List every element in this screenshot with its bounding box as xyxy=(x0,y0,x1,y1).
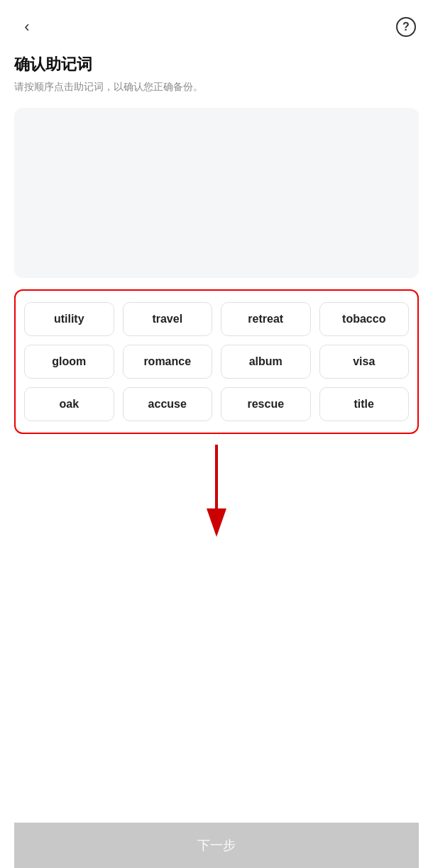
page-title: 确认助记词 xyxy=(14,54,419,75)
word-chip-utility[interactable]: utility xyxy=(24,302,114,336)
back-icon: ‹ xyxy=(24,18,29,36)
word-chip-retreat[interactable]: retreat xyxy=(221,302,311,336)
arrow-container xyxy=(0,434,433,547)
page-content: 确认助记词 请按顺序点击助记词，以确认您正确备份。 xyxy=(0,47,433,278)
word-selection-area: utilitytravelretreattobaccogloomromancea… xyxy=(14,289,419,434)
word-chip-album[interactable]: album xyxy=(221,345,311,379)
word-chip-travel[interactable]: travel xyxy=(123,302,213,336)
word-chip-accuse[interactable]: accuse xyxy=(123,387,213,421)
down-arrow-icon xyxy=(188,445,245,537)
word-grid: utilitytravelretreattobaccogloomromancea… xyxy=(24,302,409,421)
help-button[interactable]: ? xyxy=(393,14,419,40)
word-chip-visa[interactable]: visa xyxy=(319,345,410,379)
word-display-area xyxy=(14,108,419,278)
header: ‹ ? xyxy=(0,0,433,47)
word-chip-rescue[interactable]: rescue xyxy=(221,387,311,421)
word-chip-gloom[interactable]: gloom xyxy=(24,345,114,379)
next-button-container: 下一步 xyxy=(0,823,433,868)
word-chip-romance[interactable]: romance xyxy=(123,345,213,379)
word-chip-title[interactable]: title xyxy=(319,387,410,421)
word-chip-oak[interactable]: oak xyxy=(24,387,114,421)
next-button[interactable]: 下一步 xyxy=(14,823,419,868)
help-icon: ? xyxy=(396,17,416,37)
back-button[interactable]: ‹ xyxy=(14,14,40,40)
word-chip-tobacco[interactable]: tobacco xyxy=(319,302,410,336)
word-selection-wrapper: utilitytravelretreattobaccogloomromancea… xyxy=(0,289,433,434)
page-subtitle: 请按顺序点击助记词，以确认您正确备份。 xyxy=(14,81,419,94)
